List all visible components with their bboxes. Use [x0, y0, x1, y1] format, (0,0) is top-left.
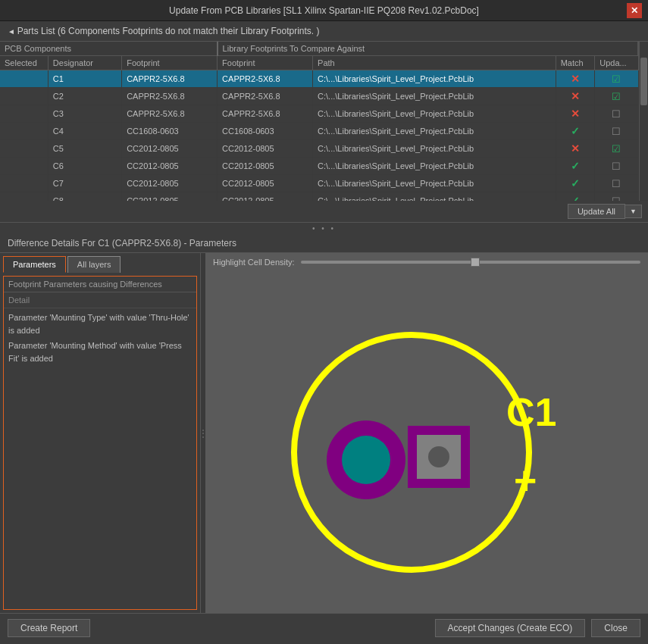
group-header-lib: Library Footprints To Compare Against — [218, 42, 638, 56]
cell-path: C:\...\Libraries\Spirit_Level_Project.Pc… — [313, 105, 556, 123]
cell-designator: C3 — [48, 105, 121, 123]
cell-selected — [0, 192, 48, 202]
cell-path: C:\...\Libraries\Spirit_Level_Project.Pc… — [313, 192, 556, 202]
update-check-icon: ☑ — [612, 143, 621, 155]
cell-designator: C6 — [48, 158, 121, 175]
table-row[interactable]: C1CAPPR2-5X6.8CAPPR2-5X6.8C:\...\Librari… — [0, 70, 638, 88]
cell-selected — [0, 140, 48, 158]
match-ok-icon: ✓ — [571, 125, 580, 137]
pcb-viewer: Highlight Cell Density: — [205, 253, 648, 613]
table-wrapper: PCB Components Library Footprints To Com… — [0, 42, 648, 201]
col-footprint-lib: Footprint — [218, 56, 313, 70]
detail-label: Detail — [4, 292, 196, 308]
cell-update[interactable]: ☑ — [595, 70, 638, 88]
cell-selected — [0, 70, 48, 88]
left-content-panel: Footprint Parameters causing Differences… — [3, 276, 197, 610]
pcb-svg: C1 + — [268, 293, 586, 596]
accept-changes-button[interactable]: Accept Changes (Create ECO) — [435, 619, 586, 637]
cell-designator: C1 — [48, 70, 121, 88]
cell-designator: C7 — [48, 175, 121, 192]
tab-parameters[interactable]: Parameters — [3, 256, 66, 273]
match-x-icon: ✕ — [571, 73, 580, 85]
cell-selected — [0, 123, 48, 140]
cell-match: ✓ — [556, 158, 595, 175]
match-x-icon: ✕ — [571, 142, 580, 155]
update-empty-icon: ☐ — [612, 108, 621, 120]
cell-match: ✕ — [556, 70, 595, 88]
update-all-button[interactable]: Update All — [568, 204, 625, 219]
tabs: Parameters All layers — [0, 253, 200, 273]
table-row[interactable]: C3CAPPR2-5X6.8CAPPR2-5X6.8C:\...\Librari… — [0, 105, 638, 123]
match-ok-icon: ✓ — [571, 160, 580, 172]
cell-path: C:\...\Libraries\Spirit_Level_Project.Pc… — [313, 140, 556, 158]
col-update: Upda... — [595, 56, 638, 70]
col-designator: Designator — [48, 56, 121, 70]
left-pad-inner — [342, 436, 390, 484]
window-title: Update From PCB Libraries [SL1 Xilinx Sp… — [21, 5, 627, 16]
detail-item: Parameter 'Mounting Type' with value 'Th… — [8, 311, 192, 336]
cell-match: ✓ — [556, 192, 595, 202]
table-row[interactable]: C6CC2012-0805CC2012-0805C:\...\Libraries… — [0, 158, 638, 175]
cell-match: ✕ — [556, 105, 595, 123]
cell-update[interactable]: ☐ — [595, 175, 638, 192]
cell-match: ✕ — [556, 88, 595, 105]
cell-update[interactable]: ☐ — [595, 158, 638, 175]
cell-path: C:\...\Libraries\Spirit_Level_Project.Pc… — [313, 88, 556, 105]
detail-items: Parameter 'Mounting Type' with value 'Th… — [4, 308, 196, 609]
cell-path: C:\...\Libraries\Spirit_Level_Project.Pc… — [313, 70, 556, 88]
cell-designator: C5 — [48, 140, 121, 158]
cell-update[interactable]: ☑ — [595, 88, 638, 105]
cell-update[interactable]: ☐ — [595, 192, 638, 202]
col-match: Match — [556, 56, 595, 70]
table-row[interactable]: C7CC2012-0805CC2012-0805C:\...\Libraries… — [0, 175, 638, 192]
table-scrollbar[interactable] — [639, 42, 648, 201]
right-pad-hole — [428, 446, 449, 467]
highlight-label: Highlight Cell Density: — [213, 258, 295, 267]
cell-match: ✓ — [556, 123, 595, 140]
update-check-icon: ☑ — [612, 91, 621, 102]
update-empty-icon: ☐ — [612, 161, 621, 172]
close-button[interactable]: Close — [591, 619, 640, 637]
table-row[interactable]: C2CAPPR2-5X6.8CAPPR2-5X6.8C:\...\Librari… — [0, 88, 638, 105]
cell-selected — [0, 105, 48, 123]
scrollbar-thumb — [640, 58, 647, 105]
cell-footprint-pcb: CAPPR2-5X6.8 — [122, 70, 218, 88]
highlight-bar: Highlight Cell Density: — [213, 258, 640, 267]
create-report-button[interactable]: Create Report — [8, 619, 90, 637]
cell-designator: C4 — [48, 123, 121, 140]
tab-all-layers[interactable]: All layers — [67, 256, 121, 273]
bottom-bar: Create Report Accept Changes (Create ECO… — [0, 613, 648, 642]
cell-update[interactable]: ☐ — [595, 105, 638, 123]
cell-path: C:\...\Libraries\Spirit_Level_Project.Pc… — [313, 123, 556, 140]
cell-match: ✓ — [556, 175, 595, 192]
component-label: C1 — [506, 390, 556, 434]
cell-footprint-pcb: CAPPR2-5X6.8 — [122, 88, 218, 105]
cell-footprint-lib: CC2012-0805 — [218, 175, 313, 192]
cell-update[interactable]: ☐ — [595, 123, 638, 140]
update-all-dropdown-button[interactable]: ▼ — [625, 205, 642, 218]
group-header-pcb: PCB Components — [0, 42, 218, 56]
cell-footprint-lib: CAPPR2-5X6.8 — [218, 88, 313, 105]
table-row[interactable]: C8CC2012-0805CC2012-0805C:\...\Libraries… — [0, 192, 638, 202]
cell-footprint-lib: CC2012-0805 — [218, 140, 313, 158]
match-ok-icon: ✓ — [571, 177, 580, 189]
close-window-button[interactable]: ✕ — [627, 3, 642, 18]
cell-update[interactable]: ☑ — [595, 140, 638, 158]
cell-path: C:\...\Libraries\Spirit_Level_Project.Pc… — [313, 158, 556, 175]
table-row[interactable]: C4CC1608-0603CC1608-0603C:\...\Libraries… — [0, 123, 638, 140]
cell-designator: C2 — [48, 88, 121, 105]
cell-designator: C8 — [48, 192, 121, 202]
title-bar: Update From PCB Libraries [SL1 Xilinx Sp… — [0, 0, 648, 21]
match-ok-icon: ✓ — [571, 195, 580, 201]
density-slider[interactable] — [301, 261, 640, 264]
cell-footprint-lib: CAPPR2-5X6.8 — [218, 70, 313, 88]
cell-footprint-pcb: CC2012-0805 — [122, 158, 218, 175]
table-row[interactable]: C5CC2012-0805CC2012-0805C:\...\Libraries… — [0, 140, 638, 158]
right-button-group: Accept Changes (Create ECO) Close — [435, 619, 640, 637]
col-selected: Selected — [0, 56, 48, 70]
cell-footprint-lib: CAPPR2-5X6.8 — [218, 105, 313, 123]
cell-selected — [0, 175, 48, 192]
detail-item: Parameter 'Mounting Method' with value '… — [8, 339, 192, 364]
cell-selected — [0, 88, 48, 105]
diff-details-header: Difference Details For C1 (CAPPR2-5X6.8)… — [0, 234, 648, 253]
